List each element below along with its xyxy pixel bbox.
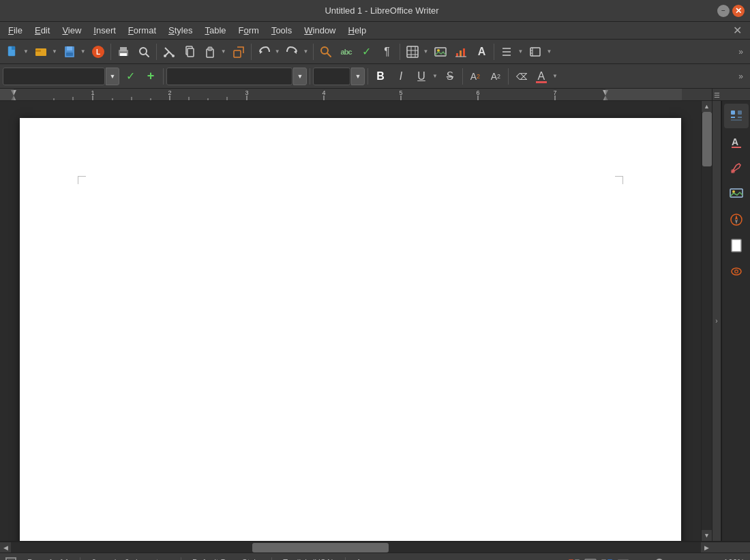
menu-file[interactable]: File	[3, 24, 28, 37]
style-select-arrow[interactable]: ▼	[106, 68, 119, 85]
macro-sidebar-button[interactable]	[724, 259, 749, 284]
underline-button[interactable]: U	[412, 68, 431, 85]
size-dropdown-arrow[interactable]: ▼	[351, 68, 365, 85]
save-dropdown-arrow[interactable]: ▼	[79, 48, 87, 55]
scroll-thumb-v[interactable]	[702, 112, 712, 166]
svg-rect-36	[463, 48, 465, 57]
show-formatting-button[interactable]: ¶	[378, 42, 397, 61]
svg-text:1: 1	[91, 89, 94, 96]
copy-button[interactable]	[180, 42, 199, 61]
navigator-sidebar-button[interactable]	[724, 207, 749, 232]
save-button[interactable]	[60, 42, 79, 61]
sidebar-toggle-button[interactable]: ☰	[712, 89, 721, 101]
scroll-track-v[interactable]	[702, 112, 712, 530]
font-name-select[interactable]: Liberation Serif	[166, 68, 292, 85]
zoom-decrease-button[interactable]: −	[633, 557, 639, 561]
spellcheck-button[interactable]: abc	[337, 42, 356, 61]
insert-table-button[interactable]	[403, 42, 422, 61]
menu-styles[interactable]: Styles	[163, 24, 198, 37]
toolbar2-sep-2	[310, 68, 310, 85]
insert-image-button[interactable]	[431, 42, 450, 61]
svg-rect-5	[67, 46, 72, 50]
scroll-down-button[interactable]: ▼	[702, 530, 712, 541]
textbox-dropdown-arrow[interactable]: ▼	[545, 48, 553, 55]
libreoffice-button[interactable]: L	[89, 42, 108, 61]
bold-button[interactable]: B	[371, 68, 390, 85]
open-button[interactable]	[31, 42, 50, 61]
paste-dropdown-arrow[interactable]: ▼	[220, 48, 228, 55]
print-preview-button[interactable]	[134, 42, 153, 61]
sidebar-collapse-arrow[interactable]: ›	[712, 101, 721, 541]
page-indicator-icon[interactable]	[5, 557, 16, 561]
document-edit-area[interactable]	[81, 179, 620, 534]
undo-button[interactable]	[254, 42, 273, 61]
properties-sidebar-button[interactable]	[724, 104, 749, 128]
clear-format-button[interactable]: ⌫	[511, 68, 530, 85]
scroll-left-button[interactable]: ◀	[0, 542, 11, 553]
minimize-button[interactable]: −	[717, 5, 730, 17]
fontwork-button[interactable]: A	[472, 42, 491, 61]
document-page[interactable]	[20, 118, 681, 541]
strikethrough-button[interactable]: S̶	[440, 68, 460, 85]
undo-dropdown-arrow[interactable]: ▼	[273, 48, 282, 55]
menu-form[interactable]: Form	[233, 24, 265, 37]
font-size-select[interactable]: 12 pt	[313, 68, 350, 85]
paste-button[interactable]	[200, 42, 220, 61]
menu-view[interactable]: View	[57, 24, 87, 37]
menu-edit[interactable]: Edit	[29, 24, 55, 37]
menu-table[interactable]: Table	[199, 24, 231, 37]
subscript-button[interactable]: A2	[486, 68, 505, 85]
new-button[interactable]	[3, 42, 22, 61]
scroll-track-h[interactable]	[11, 542, 701, 552]
scroll-thumb-h[interactable]	[252, 543, 389, 552]
vertical-scrollbar[interactable]: ▲ ▼	[701, 101, 712, 541]
font-dropdown-arrow[interactable]: ▼	[293, 68, 307, 85]
textbox-button[interactable]	[526, 42, 545, 61]
zoom-increase-button[interactable]: +	[712, 557, 718, 561]
menu-help[interactable]: Help	[343, 24, 372, 37]
line-spacing-button[interactable]	[497, 42, 516, 61]
style-check-button[interactable]: ✓	[121, 68, 140, 85]
main-area: ▲ ▼ › A	[0, 101, 750, 541]
font-color-button[interactable]: A	[532, 68, 551, 85]
redo-dropdown-arrow[interactable]: ▼	[302, 48, 310, 55]
table-dropdown-arrow[interactable]: ▼	[422, 48, 430, 55]
italic-button[interactable]: I	[391, 68, 410, 85]
clone-format-button[interactable]	[229, 42, 248, 61]
menubar-close[interactable]: ✕	[728, 24, 747, 37]
menu-insert[interactable]: Insert	[88, 24, 121, 37]
menu-tools[interactable]: Tools	[266, 24, 297, 37]
document-scroll-area[interactable]	[0, 101, 701, 541]
open-dropdown-arrow[interactable]: ▼	[50, 48, 59, 55]
linespacing-dropdown-arrow[interactable]: ▼	[516, 48, 524, 55]
toolbar2-overflow[interactable]: »	[734, 72, 747, 81]
paintbrush-sidebar-button[interactable]	[724, 156, 749, 180]
cut-button[interactable]	[160, 42, 179, 61]
svg-text:3: 3	[245, 89, 248, 96]
gallery-sidebar-button[interactable]	[724, 181, 749, 206]
insert-chart-button[interactable]	[451, 42, 470, 61]
close-button[interactable]: ✕	[732, 5, 745, 17]
page-sidebar-button[interactable]	[724, 233, 749, 258]
svg-text:4: 4	[322, 89, 325, 96]
styles-sidebar-button[interactable]: A	[724, 130, 749, 154]
svg-point-90	[735, 271, 737, 273]
redo-button[interactable]	[283, 42, 302, 61]
style-add-button[interactable]: +	[141, 68, 160, 85]
underline-dropdown-arrow[interactable]: ▼	[431, 73, 439, 79]
menu-window[interactable]: Window	[299, 24, 341, 37]
menu-format[interactable]: Format	[123, 24, 162, 37]
find-button[interactable]	[316, 42, 335, 61]
svg-rect-2	[35, 48, 46, 56]
scroll-right-button[interactable]: ▶	[701, 542, 712, 553]
svg-rect-34	[456, 53, 458, 57]
new-dropdown-arrow[interactable]: ▼	[22, 48, 30, 55]
print-button[interactable]	[114, 42, 133, 61]
paragraph-style-select[interactable]: Default Paragraph S	[3, 68, 105, 85]
svg-rect-21	[208, 47, 212, 50]
accept-spellcheck-button[interactable]: ✓	[357, 42, 376, 61]
scroll-up-button[interactable]: ▲	[702, 101, 712, 112]
font-color-dropdown-arrow[interactable]: ▼	[551, 73, 559, 79]
toolbar1-overflow[interactable]: »	[734, 47, 747, 57]
superscript-button[interactable]: A2	[466, 68, 485, 85]
